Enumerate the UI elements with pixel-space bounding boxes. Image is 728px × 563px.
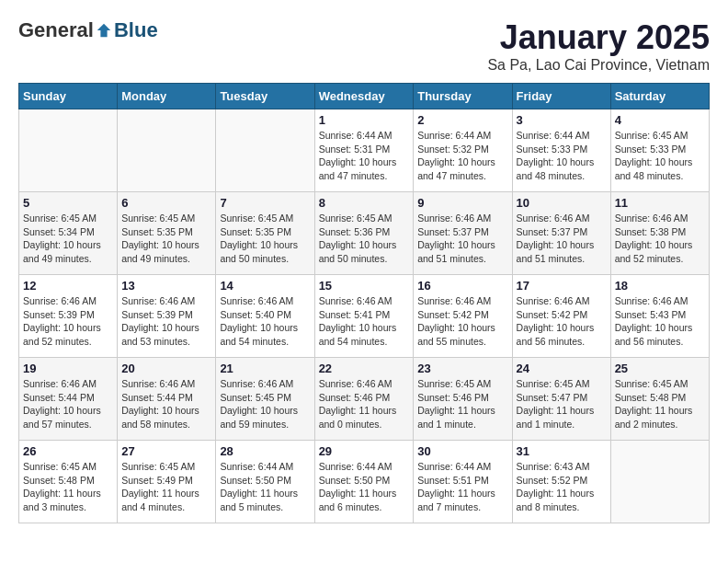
day-info: Sunrise: 6:44 AM Sunset: 5:31 PM Dayligh…	[319, 129, 410, 183]
calendar-cell	[19, 109, 118, 192]
day-info: Sunrise: 6:45 AM Sunset: 5:48 PM Dayligh…	[615, 377, 705, 431]
day-number: 30	[417, 444, 507, 458]
weekday-header-tuesday: Tuesday	[216, 84, 314, 109]
day-number: 3	[517, 113, 607, 127]
calendar-cell: 11Sunrise: 6:46 AM Sunset: 5:38 PM Dayli…	[610, 192, 709, 275]
calendar-cell: 14Sunrise: 6:46 AM Sunset: 5:40 PM Dayli…	[216, 275, 314, 358]
calendar-week-row: 1Sunrise: 6:44 AM Sunset: 5:31 PM Daylig…	[19, 109, 710, 192]
day-number: 12	[23, 279, 113, 293]
day-number: 21	[220, 362, 310, 375]
day-info: Sunrise: 6:45 AM Sunset: 5:49 PM Dayligh…	[121, 460, 211, 514]
day-number: 1	[319, 113, 410, 127]
day-number: 4	[615, 113, 705, 127]
day-info: Sunrise: 6:46 AM Sunset: 5:42 PM Dayligh…	[517, 294, 607, 349]
day-info: Sunrise: 6:45 AM Sunset: 5:34 PM Dayligh…	[23, 212, 113, 266]
calendar-cell: 4Sunrise: 6:45 AM Sunset: 5:33 PM Daylig…	[610, 109, 709, 192]
calendar-cell: 28Sunrise: 6:44 AM Sunset: 5:50 PM Dayli…	[216, 441, 314, 523]
day-info: Sunrise: 6:44 AM Sunset: 5:50 PM Dayligh…	[220, 460, 310, 514]
calendar-cell	[118, 109, 216, 192]
day-number: 8	[319, 196, 410, 210]
day-info: Sunrise: 6:45 AM Sunset: 5:35 PM Dayligh…	[220, 212, 310, 266]
day-number: 7	[220, 196, 310, 210]
calendar-cell: 23Sunrise: 6:45 AM Sunset: 5:46 PM Dayli…	[414, 358, 512, 441]
day-number: 24	[517, 362, 607, 375]
weekday-header-saturday: Saturday	[610, 84, 709, 109]
day-info: Sunrise: 6:46 AM Sunset: 5:37 PM Dayligh…	[517, 212, 607, 266]
day-info: Sunrise: 6:45 AM Sunset: 5:46 PM Dayligh…	[417, 377, 507, 431]
weekday-header-row: SundayMondayTuesdayWednesdayThursdayFrid…	[19, 84, 710, 109]
day-info: Sunrise: 6:46 AM Sunset: 5:45 PM Dayligh…	[220, 377, 310, 431]
weekday-header-friday: Friday	[512, 84, 610, 109]
day-info: Sunrise: 6:44 AM Sunset: 5:51 PM Dayligh…	[417, 460, 507, 514]
day-info: Sunrise: 6:45 AM Sunset: 5:35 PM Dayligh…	[121, 212, 211, 266]
calendar-cell: 21Sunrise: 6:46 AM Sunset: 5:45 PM Dayli…	[216, 358, 314, 441]
day-info: Sunrise: 6:46 AM Sunset: 5:44 PM Dayligh…	[23, 377, 113, 431]
day-number: 11	[615, 196, 705, 210]
day-number: 26	[23, 444, 113, 458]
calendar-cell: 31Sunrise: 6:43 AM Sunset: 5:52 PM Dayli…	[512, 441, 610, 523]
calendar-cell: 29Sunrise: 6:44 AM Sunset: 5:50 PM Dayli…	[314, 441, 414, 523]
day-number: 14	[220, 279, 310, 293]
weekday-header-sunday: Sunday	[19, 84, 118, 109]
day-info: Sunrise: 6:46 AM Sunset: 5:38 PM Dayligh…	[615, 212, 705, 266]
day-info: Sunrise: 6:46 AM Sunset: 5:41 PM Dayligh…	[319, 294, 410, 349]
calendar-cell: 6Sunrise: 6:45 AM Sunset: 5:35 PM Daylig…	[118, 192, 216, 275]
calendar-cell: 22Sunrise: 6:46 AM Sunset: 5:46 PM Dayli…	[314, 358, 414, 441]
calendar-cell	[216, 109, 314, 192]
day-number: 29	[319, 444, 410, 458]
day-info: Sunrise: 6:46 AM Sunset: 5:40 PM Dayligh…	[220, 294, 310, 349]
day-info: Sunrise: 6:45 AM Sunset: 5:33 PM Dayligh…	[615, 129, 705, 183]
calendar-cell: 27Sunrise: 6:45 AM Sunset: 5:49 PM Dayli…	[118, 441, 216, 523]
day-info: Sunrise: 6:43 AM Sunset: 5:52 PM Dayligh…	[517, 460, 607, 514]
calendar-cell: 9Sunrise: 6:46 AM Sunset: 5:37 PM Daylig…	[414, 192, 512, 275]
calendar-cell: 20Sunrise: 6:46 AM Sunset: 5:44 PM Dayli…	[118, 358, 216, 441]
day-number: 23	[417, 362, 507, 375]
calendar-cell: 5Sunrise: 6:45 AM Sunset: 5:34 PM Daylig…	[19, 192, 118, 275]
day-number: 20	[121, 362, 211, 375]
calendar-cell: 30Sunrise: 6:44 AM Sunset: 5:51 PM Dayli…	[414, 441, 512, 523]
calendar-cell: 1Sunrise: 6:44 AM Sunset: 5:31 PM Daylig…	[314, 109, 414, 192]
calendar-week-row: 5Sunrise: 6:45 AM Sunset: 5:34 PM Daylig…	[19, 192, 710, 275]
day-number: 9	[417, 196, 507, 210]
calendar-week-row: 26Sunrise: 6:45 AM Sunset: 5:48 PM Dayli…	[19, 441, 710, 523]
month-title: January 2025	[487, 18, 710, 57]
page-header: General Blue January 2025 Sa Pa, Lao Cai…	[18, 18, 710, 74]
calendar-cell: 8Sunrise: 6:45 AM Sunset: 5:36 PM Daylig…	[314, 192, 414, 275]
day-info: Sunrise: 6:45 AM Sunset: 5:47 PM Dayligh…	[517, 377, 607, 431]
day-number: 31	[517, 444, 607, 458]
logo: General Blue	[18, 18, 158, 42]
logo-blue-text: Blue	[114, 18, 158, 42]
day-info: Sunrise: 6:46 AM Sunset: 5:39 PM Dayligh…	[121, 294, 211, 349]
day-info: Sunrise: 6:46 AM Sunset: 5:43 PM Dayligh…	[615, 294, 705, 349]
title-block: January 2025 Sa Pa, Lao Cai Province, Vi…	[487, 18, 710, 74]
calendar-cell: 25Sunrise: 6:45 AM Sunset: 5:48 PM Dayli…	[610, 358, 709, 441]
calendar-cell: 2Sunrise: 6:44 AM Sunset: 5:32 PM Daylig…	[414, 109, 512, 192]
day-info: Sunrise: 6:46 AM Sunset: 5:46 PM Dayligh…	[319, 377, 410, 431]
logo-general-text: General	[18, 18, 94, 42]
calendar-cell: 12Sunrise: 6:46 AM Sunset: 5:39 PM Dayli…	[19, 275, 118, 358]
day-number: 22	[319, 362, 410, 375]
calendar-week-row: 19Sunrise: 6:46 AM Sunset: 5:44 PM Dayli…	[19, 358, 710, 441]
calendar-cell: 26Sunrise: 6:45 AM Sunset: 5:48 PM Dayli…	[19, 441, 118, 523]
logo-icon	[96, 22, 112, 39]
day-info: Sunrise: 6:44 AM Sunset: 5:33 PM Dayligh…	[517, 129, 607, 183]
day-info: Sunrise: 6:45 AM Sunset: 5:48 PM Dayligh…	[23, 460, 113, 514]
weekday-header-thursday: Thursday	[414, 84, 512, 109]
day-number: 10	[517, 196, 607, 210]
day-info: Sunrise: 6:46 AM Sunset: 5:44 PM Dayligh…	[121, 377, 211, 431]
day-number: 28	[220, 444, 310, 458]
calendar-week-row: 12Sunrise: 6:46 AM Sunset: 5:39 PM Dayli…	[19, 275, 710, 358]
day-number: 13	[121, 279, 211, 293]
calendar-cell: 15Sunrise: 6:46 AM Sunset: 5:41 PM Dayli…	[314, 275, 414, 358]
calendar-cell: 24Sunrise: 6:45 AM Sunset: 5:47 PM Dayli…	[512, 358, 610, 441]
day-number: 15	[319, 279, 410, 293]
calendar-cell: 3Sunrise: 6:44 AM Sunset: 5:33 PM Daylig…	[512, 109, 610, 192]
calendar-cell: 19Sunrise: 6:46 AM Sunset: 5:44 PM Dayli…	[19, 358, 118, 441]
day-number: 25	[615, 362, 705, 375]
calendar-cell: 18Sunrise: 6:46 AM Sunset: 5:43 PM Dayli…	[610, 275, 709, 358]
day-number: 18	[615, 279, 705, 293]
calendar-cell: 13Sunrise: 6:46 AM Sunset: 5:39 PM Dayli…	[118, 275, 216, 358]
day-number: 19	[23, 362, 113, 375]
weekday-header-monday: Monday	[118, 84, 216, 109]
calendar-header: SundayMondayTuesdayWednesdayThursdayFrid…	[19, 84, 710, 109]
